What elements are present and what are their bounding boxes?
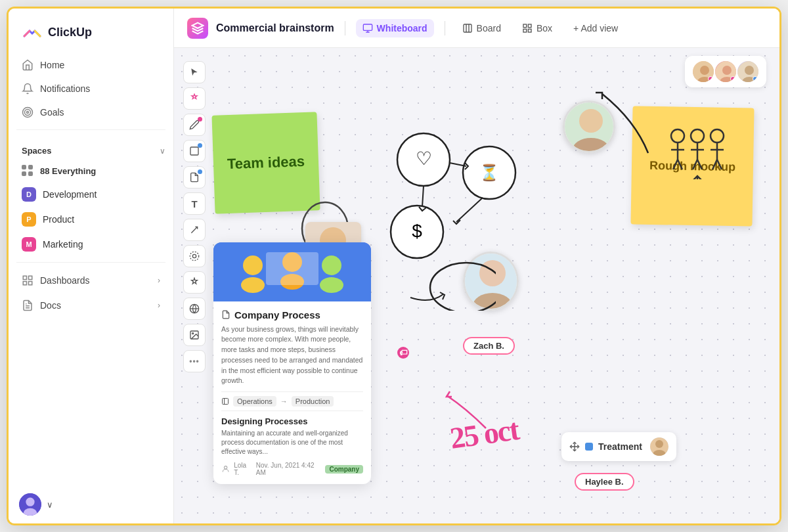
svg-line-45 xyxy=(693,160,697,169)
doc-card[interactable]: Company Process As your business grows, … xyxy=(213,242,371,485)
toolbar-connect[interactable] xyxy=(183,245,206,267)
svg-rect-12 xyxy=(363,24,372,30)
shape-dot xyxy=(198,143,202,148)
dashboards-icon xyxy=(22,275,33,286)
user-avatar xyxy=(19,493,41,516)
sidebar-item-goals[interactable]: Goals xyxy=(14,100,168,124)
svg-point-42 xyxy=(691,129,704,143)
board-tab-icon xyxy=(462,23,473,33)
sidebar-nav: Home Notifications Goals xyxy=(9,53,173,124)
dashboards-label: Dashboards xyxy=(40,275,90,286)
toolbar-globe[interactable] xyxy=(183,298,206,320)
pin-icon: 🏷 xyxy=(399,348,407,357)
toolbar-text[interactable]: T xyxy=(183,192,206,215)
toolbar-sparkles[interactable] xyxy=(183,271,206,294)
sidebar-item-docs[interactable]: Docs › xyxy=(9,293,173,318)
tab-board[interactable]: Board xyxy=(456,19,508,37)
sidebar-item-home[interactable]: Home xyxy=(14,53,168,77)
svg-point-1 xyxy=(25,110,31,116)
header-divider xyxy=(345,21,345,35)
flow-to: Production xyxy=(292,396,334,407)
tab-box[interactable]: Box xyxy=(515,19,559,37)
svg-line-51 xyxy=(717,160,722,169)
svg-rect-16 xyxy=(523,24,527,28)
svg-point-27 xyxy=(192,333,194,334)
project-icon xyxy=(187,18,208,39)
toolbar-more[interactable]: ••• xyxy=(183,350,206,372)
main-area: Commercial brainstorm Whiteboard Board B… xyxy=(174,9,779,523)
spaces-list: 88 Everything D Development P Product M … xyxy=(9,160,173,257)
haylee-label-text: Haylee B. xyxy=(585,477,624,487)
toolbar-arrow[interactable] xyxy=(183,219,206,241)
docs-icon xyxy=(22,299,33,311)
doc-tag: Company xyxy=(325,465,363,474)
tab-whiteboard[interactable]: Whiteboard xyxy=(356,19,434,37)
haylee-label: Haylee B. xyxy=(575,473,634,491)
treatment-card[interactable]: Treatment xyxy=(561,432,676,461)
spaces-section-header[interactable]: Spaces ∨ xyxy=(9,135,173,160)
svg-rect-5 xyxy=(23,282,26,285)
person-photo-middle xyxy=(463,252,519,311)
sidebar-item-notifications[interactable]: Notifications xyxy=(14,77,168,100)
svg-rect-4 xyxy=(29,276,32,279)
cursor-icon xyxy=(190,68,199,77)
pencil-dot xyxy=(198,117,202,122)
svg-point-10 xyxy=(26,498,34,506)
toolbar-shape[interactable] xyxy=(183,140,206,162)
toolbar-note[interactable] xyxy=(183,166,206,188)
sidebar-item-dashboards[interactable]: Dashboards › xyxy=(9,268,173,293)
svg-text:$: $ xyxy=(412,221,422,241)
svg-point-35 xyxy=(745,66,754,75)
sidebar-item-marketing[interactable]: M Marketing xyxy=(14,232,168,257)
toolbar-pencil[interactable] xyxy=(183,114,206,136)
svg-point-80 xyxy=(241,277,265,293)
whiteboard-tab-icon xyxy=(362,23,373,33)
treatment-color xyxy=(585,443,593,451)
sidebar-item-everything[interactable]: 88 Everything xyxy=(14,160,168,182)
svg-point-88 xyxy=(224,466,227,469)
sidebar-item-product[interactable]: P Product xyxy=(14,207,168,232)
board-tab-label: Board xyxy=(477,23,501,33)
sparkle-pen-icon xyxy=(189,93,200,104)
svg-line-40 xyxy=(673,160,678,169)
move-icon xyxy=(569,441,580,452)
doc-author: Lola T. xyxy=(234,462,252,476)
svg-point-72 xyxy=(479,260,506,286)
svg-rect-3 xyxy=(23,276,26,279)
people-icons-group xyxy=(668,127,727,179)
sidebar-item-development[interactable]: D Development xyxy=(14,182,168,207)
svg-point-57 xyxy=(391,206,443,258)
add-view-button[interactable]: + Add view xyxy=(567,19,624,37)
sidebar: ClickUp Home Notifications Goals Spaces … xyxy=(9,9,174,523)
arrow-icon xyxy=(189,225,200,235)
project-name: Commercial brainstorm xyxy=(216,22,334,34)
logo-area[interactable]: ClickUp xyxy=(9,9,173,53)
doc-description: As your business grows, things will inev… xyxy=(221,324,363,387)
flow-icon xyxy=(221,397,229,405)
red-pin: 🏷 xyxy=(397,347,409,359)
svg-rect-19 xyxy=(528,29,531,32)
date-annotation: 25 oct xyxy=(448,412,521,456)
development-badge: D xyxy=(22,187,36,202)
user-area[interactable]: ∨ xyxy=(9,485,173,523)
svg-point-79 xyxy=(243,255,263,275)
svg-point-32 xyxy=(722,66,732,75)
connect-icon xyxy=(189,251,200,261)
toolbar-pen-sparkle[interactable] xyxy=(183,87,206,110)
treatment-avatar xyxy=(650,437,668,456)
collab-dot-1 xyxy=(708,76,713,81)
svg-point-23 xyxy=(190,252,198,260)
goals-icon xyxy=(22,106,33,118)
svg-point-83 xyxy=(322,255,341,275)
people-icon-svg xyxy=(668,127,727,179)
sticky-green-text: Team ideas xyxy=(227,153,305,173)
doc-footer: Lola T. Nov. Jun, 2021 4:42 AM Company xyxy=(221,462,363,476)
notifications-label: Notifications xyxy=(40,83,90,94)
collab-dot-2 xyxy=(730,76,735,81)
canvas-area[interactable]: T ••• xyxy=(174,48,779,523)
toolbar-cursor[interactable] xyxy=(183,61,206,83)
doc-card-title: Company Process xyxy=(221,309,363,321)
nav-divider xyxy=(16,129,165,130)
collab-avatar-3 xyxy=(736,60,760,83)
toolbar-image[interactable] xyxy=(183,324,206,346)
